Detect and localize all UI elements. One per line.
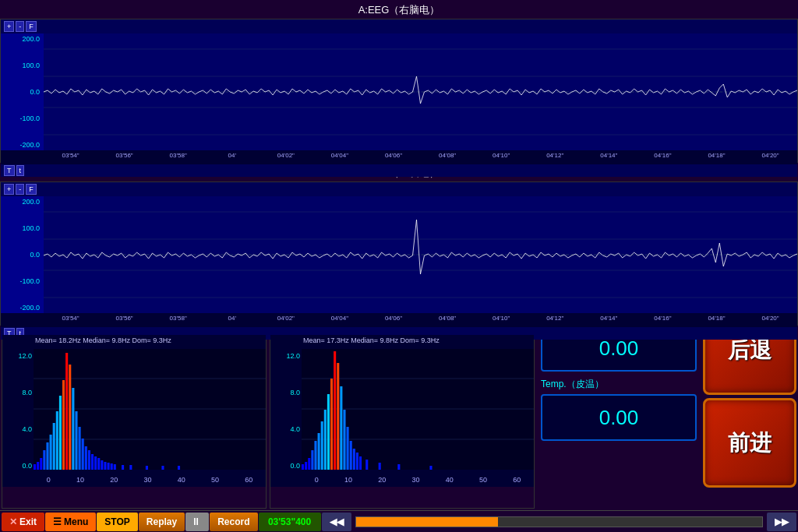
sx-b-3: 30 [411,476,419,484]
svg-rect-32 [85,446,87,470]
sy-b-1: 8.0 [272,389,300,396]
panel-a-chart: + - F 200.0 100.0 0.0 -100.0 -200.0 [0,19,798,163]
time-labels-b: 03'54" 03'56" 03'58" 04' 04'02" 04'04" 0… [44,313,797,327]
svg-rect-25 [62,380,65,470]
t-b-13: 04'20" [743,313,797,327]
rewind-button[interactable]: ◀◀ [322,513,351,531]
y-label-b-0: 200.0 [2,198,42,206]
pause-button[interactable]: II [185,513,209,531]
svg-rect-33 [88,450,90,470]
svg-rect-38 [104,462,106,470]
replay-button[interactable]: Replay [139,513,185,531]
svg-rect-58 [324,410,327,470]
svg-rect-61 [334,351,336,470]
svg-rect-26 [65,353,68,470]
y-label-a-4: -200.0 [2,141,42,149]
x-icon: ✕ [9,516,17,527]
sy-a-0: 12.0 [4,352,32,360]
sx-a-1: 10 [76,476,84,484]
menu-icon: ☰ [53,516,62,527]
spectrum-b-x-labels: 0 10 20 30 40 50 60 [302,473,534,487]
t-b-8: 04'10" [475,313,528,327]
svg-rect-36 [97,458,100,470]
spectrum-a-x-labels: 0 10 20 30 40 50 60 [34,473,266,487]
btn-f-a[interactable]: F [26,21,37,32]
btn-f-b[interactable]: F [26,184,37,195]
sx-a-3: 30 [143,476,151,484]
spectrum-b-y-labels: 12.0 8.0 4.0 0.0 [270,351,302,471]
sy-b-2: 4.0 [272,425,300,433]
btn-minus-a[interactable]: - [16,21,24,32]
sx-a-4: 40 [178,476,185,484]
sy-b-0: 12.0 [272,352,300,360]
svg-rect-73 [429,466,432,470]
menu-button[interactable]: ☰ Menu [45,513,96,531]
sy-b-3: 0.0 [272,462,300,470]
svg-rect-51 [302,464,304,470]
btn-plus-b[interactable]: + [4,184,14,195]
spectrum-b-info: Mean= 17.3Hz Median= 9.8Hz Dom= 9.3Hz [303,336,440,344]
panel-b-wrapper: B:EEG（左脑电） + - F 200.0 100.0 0.0 -100.0 … [0,164,798,326]
t-a-6: 04'06" [366,150,420,164]
svg-rect-31 [82,439,84,470]
forward-button[interactable]: 前进 [703,398,796,488]
t-b-6: 04'06" [366,313,420,327]
svg-rect-21 [50,435,52,470]
svg-rect-72 [397,464,400,470]
svg-rect-53 [308,458,310,470]
t-a-0: 03'54" [44,150,97,164]
y-label-b-3: -100.0 [2,277,42,285]
svg-rect-27 [69,365,71,470]
t-b-9: 04'12" [528,313,582,327]
t-a-13: 04'20" [743,150,797,164]
svg-rect-18 [40,458,42,470]
stop-button[interactable]: STOP [97,513,137,531]
sx-b-2: 20 [378,476,386,484]
svg-rect-41 [114,464,116,470]
svg-rect-65 [347,427,349,470]
y-label-a-1: 100.0 [2,62,42,69]
btn-t-a[interactable]: T [4,165,15,176]
btn-minus-b[interactable]: - [16,184,24,195]
btn-t-lower-a[interactable]: t [16,165,25,176]
svg-rect-29 [75,411,77,470]
t-a-8: 04'10" [475,150,528,164]
spectrum-svg-a [34,349,266,470]
btn-plus-a[interactable]: + [4,21,14,32]
ffwd-button[interactable]: ▶▶ [767,513,796,531]
progress-fill [356,517,499,527]
t-b-3: 04' [205,313,259,327]
t-b-7: 04'08" [421,313,475,327]
svg-rect-30 [79,427,81,470]
wave-b [44,196,797,313]
svg-rect-45 [161,466,164,470]
svg-rect-16 [34,464,36,470]
chart-b: 200.0 100.0 0.0 -100.0 -200.0 [1,196,797,313]
t-a-12: 04'18" [690,150,743,164]
t-a-1: 03'56" [97,150,151,164]
progress-bar[interactable] [355,516,763,527]
svg-rect-20 [46,442,48,470]
spectrum-panel-a: A:EEG（右脑电） + - F Mean= 18.2Hz Median= 9.… [2,305,267,509]
t-a-9: 04'12" [528,150,582,164]
svg-rect-42 [122,465,124,470]
sx-b-4: 40 [446,476,454,484]
sx-b-5: 50 [479,476,487,484]
t-a-4: 04'02" [259,150,312,164]
svg-rect-34 [91,454,94,470]
y-label-b-1: 100.0 [2,224,42,232]
svg-rect-71 [379,463,381,470]
wave-a [44,33,797,150]
exit-button[interactable]: ✕ Exit [2,513,44,531]
svg-rect-12 [34,349,266,470]
svg-rect-40 [111,463,113,470]
record-button[interactable]: Record [210,513,257,531]
t-a-7: 04'08" [421,150,475,164]
t-b-1: 03'56" [97,313,151,327]
t-b-10: 04'14" [582,313,636,327]
svg-rect-39 [108,463,110,470]
svg-rect-55 [314,441,316,470]
svg-rect-56 [318,433,320,470]
svg-rect-63 [340,386,342,470]
y-label-b-4: -200.0 [2,304,42,312]
